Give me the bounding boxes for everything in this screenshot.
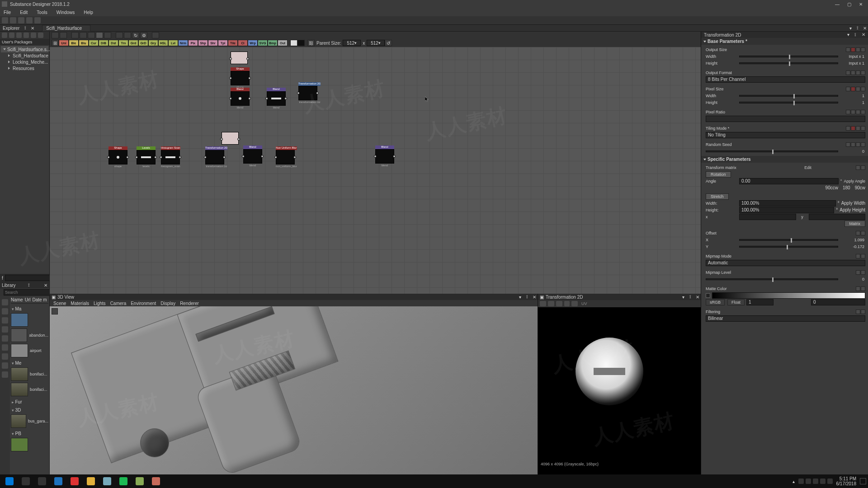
3d-menu-renderer[interactable]: Renderer	[180, 301, 199, 306]
taskbar-store-icon[interactable]	[51, 475, 66, 487]
parent-size-drop[interactable]: 512 ▾	[343, 40, 361, 46]
taskbar-opera-icon[interactable]	[67, 475, 82, 487]
node-n12[interactable]: Blendblend	[375, 145, 394, 167]
props-pin-icon[interactable]: ⟟	[854, 32, 861, 38]
ps-ic3[interactable]	[856, 87, 860, 91]
chip-svg[interactable]: SVG	[258, 40, 268, 46]
cat-9[interactable]	[2, 371, 8, 378]
gl-icon-1[interactable]	[2, 17, 8, 23]
2d-tb-4[interactable]	[571, 301, 578, 306]
ml-ic2[interactable]	[861, 270, 865, 275]
lib-group-fur[interactable]: ▸ Fur	[11, 398, 48, 405]
2d-tb-1[interactable]	[540, 301, 546, 306]
rotation-button[interactable]: Rotation	[706, 171, 731, 178]
library-search-input[interactable]	[4, 289, 57, 296]
ml-ic1[interactable]	[856, 270, 860, 275]
matte-gradient[interactable]	[712, 292, 865, 299]
tray-5[interactable]	[827, 479, 833, 484]
specific-params-header[interactable]: Specific Parameters	[701, 156, 868, 163]
of-ic3[interactable]	[856, 70, 860, 75]
pr-ic4[interactable]	[861, 110, 865, 114]
cat-7[interactable]	[2, 353, 8, 360]
offset-y-slider[interactable]	[739, 246, 838, 248]
chip-grd[interactable]: Grd	[128, 40, 138, 46]
float-button[interactable]: Float	[727, 299, 745, 305]
xm-input[interactable]	[739, 214, 796, 220]
chip-lvl[interactable]: Lvl	[168, 40, 178, 46]
exp-tb-2[interactable]	[9, 33, 14, 38]
gtb-3[interactable]	[71, 32, 79, 38]
off-ic2[interactable]	[861, 231, 865, 235]
explorer-pin-icon[interactable]: ⟟	[22, 25, 28, 31]
chip-uni[interactable]: Uni	[59, 40, 69, 46]
2d-pin-icon[interactable]: ⟟	[687, 294, 693, 300]
clock[interactable]: 5:11 PM 6/17/2018	[836, 476, 857, 486]
list-item[interactable]	[11, 313, 48, 327]
tray-chevron-up-icon[interactable]: ▴	[793, 479, 795, 484]
lib-group-pb[interactable]: ▾ PB	[11, 429, 48, 436]
chip-trn[interactable]: Trn	[118, 40, 128, 46]
3d-close-icon[interactable]: ✕	[531, 294, 538, 300]
ym-input[interactable]	[809, 214, 866, 220]
taskbar-spotify-icon[interactable]	[116, 475, 131, 487]
os-ic4[interactable]	[861, 47, 865, 52]
chip-dst[interactable]: Dst	[108, 40, 118, 46]
angle-input[interactable]: 0.00	[739, 178, 839, 184]
list-item[interactable]: abandon...	[11, 328, 48, 343]
rs-ic3[interactable]	[856, 142, 860, 147]
parent-size-drop-2[interactable]: 512 ▾	[367, 40, 385, 46]
exp-tb-5[interactable]	[31, 33, 36, 38]
tray-1[interactable]	[798, 479, 804, 484]
tl-ic3[interactable]	[856, 126, 860, 131]
menu-file[interactable]: File	[2, 9, 13, 16]
3d-corner-icon[interactable]	[52, 308, 58, 314]
apply-angle[interactable]: Apply Angle	[844, 179, 865, 183]
chip-d/b[interactable]: D/B	[99, 40, 108, 46]
psw-slider[interactable]	[739, 95, 838, 97]
fl-ic1[interactable]	[856, 310, 860, 314]
3d-viewport[interactable]: Ps 人人素材 人人素材	[50, 306, 538, 483]
os-ic2[interactable]	[851, 47, 855, 52]
tray-4[interactable]	[820, 479, 826, 484]
offset-x-slider[interactable]	[739, 239, 838, 241]
library-close-icon[interactable]: ✕	[42, 283, 49, 288]
graph-close-icon[interactable]: ✕	[862, 25, 868, 31]
tree-item-2[interactable]: Locking_Meche...	[1, 59, 48, 65]
preview-white[interactable]	[290, 40, 297, 46]
rot-90ccw[interactable]: 90ccw	[826, 185, 838, 190]
2d-close-icon[interactable]: ✕	[694, 294, 701, 300]
3d-menu-lights[interactable]: Lights	[94, 301, 106, 306]
chip-cl[interactable]: Cl	[238, 40, 248, 46]
exp-tb-4[interactable]	[24, 33, 29, 38]
chip-cur[interactable]: Cur	[89, 40, 99, 46]
ps-ic1[interactable]	[846, 87, 850, 91]
tl-ic2[interactable]	[851, 126, 855, 131]
gtb-4[interactable]	[80, 32, 87, 38]
pr-ic2[interactable]	[851, 110, 855, 114]
3d-menu-environment[interactable]: Environment	[131, 301, 156, 306]
chip-out[interactable]: Out	[278, 40, 288, 46]
reset-size-icon[interactable]: ↺	[385, 40, 392, 46]
lib-group-3d[interactable]: ▾ 3D	[11, 406, 48, 413]
node-graph[interactable]: ShapeshapeBlendblendBlendblendTransforma…	[50, 47, 701, 294]
gl-icon-3[interactable]	[18, 17, 24, 23]
tray-3[interactable]	[813, 479, 818, 484]
window-maximize-button[interactable]: ▢	[844, 1, 854, 7]
of-ic4[interactable]	[861, 70, 865, 75]
chip-ble[interactable]: Ble	[69, 40, 79, 46]
col-name[interactable]: Name	[11, 297, 23, 302]
node-n5[interactable]	[222, 128, 239, 145]
exp-tb-6[interactable]	[38, 33, 43, 38]
mc-ic2[interactable]	[861, 286, 865, 291]
atomic-icon[interactable]: ⊞	[52, 40, 59, 46]
stretch-button[interactable]: Stretch	[706, 193, 729, 200]
gtb-10[interactable]: ↻	[132, 32, 139, 38]
cat-5[interactable]	[2, 335, 8, 342]
seed-slider[interactable]	[706, 150, 838, 152]
props-collapse-icon[interactable]: ▾	[847, 32, 854, 38]
mipmap-level-slider[interactable]	[706, 278, 838, 280]
gl-icon-2[interactable]	[10, 17, 16, 23]
node-n8[interactable]: Histogram Scanhistogram_scan	[161, 146, 180, 168]
chip-pix[interactable]: Pix	[188, 40, 198, 46]
gl-icon-4[interactable]	[26, 17, 33, 23]
